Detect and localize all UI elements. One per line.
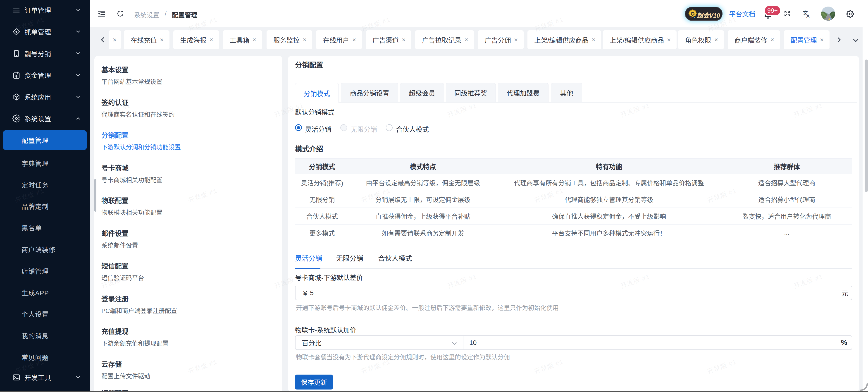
svg-text:A: A [806,13,810,18]
